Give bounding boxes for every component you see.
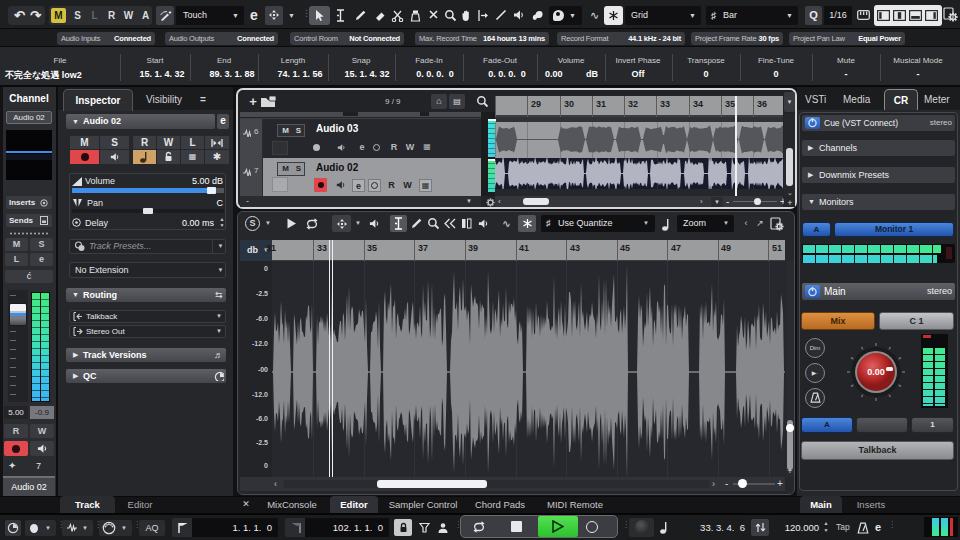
svg-text:0.00: 0.00 xyxy=(867,367,885,377)
